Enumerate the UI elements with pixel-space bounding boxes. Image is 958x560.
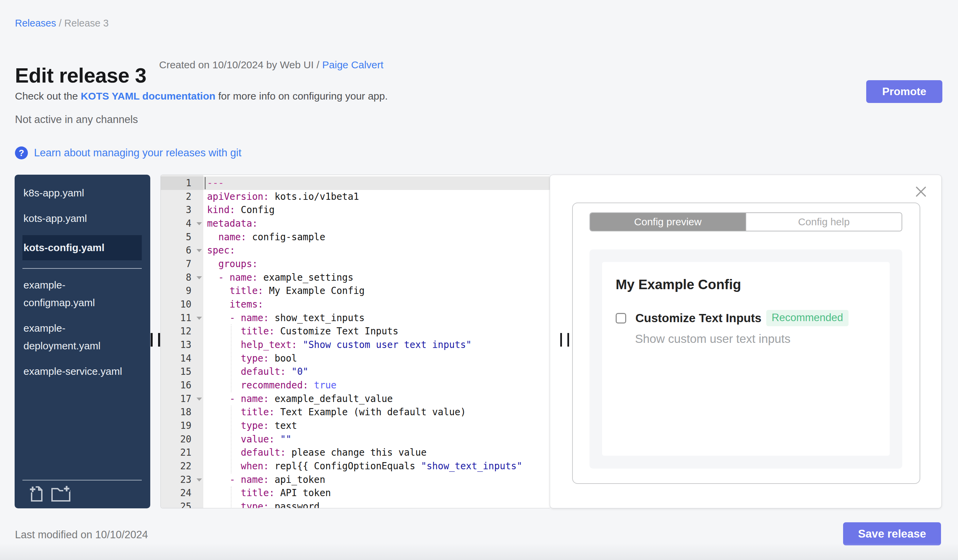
code-content[interactable]: ---apiVersion: kots.io/v1beta1kind: Conf… xyxy=(203,176,550,508)
text-cursor xyxy=(205,177,206,189)
last-modified-label: Last modified on 10/10/2024 xyxy=(15,529,148,541)
preview-tabs: Config previewConfig help xyxy=(590,212,902,231)
breadcrumb-releases-link[interactable]: Releases xyxy=(15,18,56,28)
code-editor[interactable]: 1234567891011121314151617181920212223242… xyxy=(160,175,550,508)
git-help-row: ? Learn about managing your releases wit… xyxy=(15,146,241,159)
config-item-title: Customize Text Inputs xyxy=(635,311,761,325)
question-icon[interactable]: ? xyxy=(15,146,28,159)
config-group-title: My Example Config xyxy=(615,277,890,292)
file-tree-divider xyxy=(22,268,142,269)
file-tree-item[interactable]: example-configmap.yaml xyxy=(22,276,129,312)
config-card: My Example Config Customize Text Inputs … xyxy=(602,262,890,456)
file-tree-item[interactable]: kots-config.yaml xyxy=(22,235,142,260)
file-tree-item[interactable]: example-deployment.yaml xyxy=(22,320,129,355)
kots-docs-link[interactable]: KOTS YAML documentation xyxy=(81,90,215,101)
file-tree-item[interactable]: example-service.yaml xyxy=(22,362,129,380)
breadcrumb: Releases / Release 3 xyxy=(15,18,109,29)
fold-caret-icon[interactable] xyxy=(197,478,202,481)
sidebar-footer-divider xyxy=(22,480,142,481)
save-release-button[interactable]: Save release xyxy=(843,522,941,546)
add-folder-icon[interactable] xyxy=(51,485,71,502)
config-preview-box: Config previewConfig help My Example Con… xyxy=(572,202,920,484)
created-line: Created on 10/10/2024 by Web UI / Paige … xyxy=(159,59,384,71)
sidebar-footer xyxy=(22,480,142,502)
fold-caret-icon[interactable] xyxy=(197,249,202,252)
file-tree-sidebar: k8s-app.yamlkots-app.yamlkots-config.yam… xyxy=(14,175,150,508)
fold-caret-icon[interactable] xyxy=(197,317,202,320)
author-link[interactable]: Paige Calvert xyxy=(322,59,384,70)
file-tree-item[interactable]: k8s-app.yaml xyxy=(22,184,129,202)
line-numbers: 1234567891011121314151617181920212223242… xyxy=(161,176,203,508)
file-tree-item[interactable]: kots-app.yaml xyxy=(22,210,129,227)
add-file-icon[interactable] xyxy=(29,485,44,502)
config-preview-panel: Config previewConfig help My Example Con… xyxy=(550,175,942,508)
config-checkbox[interactable] xyxy=(615,313,626,323)
recommended-badge: Recommended xyxy=(766,310,849,326)
close-icon[interactable] xyxy=(915,186,926,197)
sidebar-resize-handle[interactable] xyxy=(151,333,160,346)
promote-button[interactable]: Promote xyxy=(866,80,942,103)
page-title: Edit release 3 xyxy=(15,63,146,87)
tab-config-preview[interactable]: Config preview xyxy=(590,213,745,231)
fold-caret-icon[interactable] xyxy=(197,397,202,401)
page-bottom-shade xyxy=(0,543,958,560)
panel-resize-handle[interactable] xyxy=(560,333,569,346)
release-workspace: k8s-app.yamlkots-app.yamlkots-config.yam… xyxy=(0,175,958,508)
config-item-help: Show custom user text inputs xyxy=(635,332,890,346)
fold-caret-icon[interactable] xyxy=(197,276,202,279)
breadcrumb-separator: / xyxy=(56,18,64,28)
docs-line: Check out the KOTS YAML documentation fo… xyxy=(15,90,388,102)
git-releases-link[interactable]: Learn about managing your releases with … xyxy=(34,147,241,159)
preview-body: My Example Config Customize Text Inputs … xyxy=(590,250,902,468)
channel-status: Not active in any channels xyxy=(15,114,138,126)
tab-config-help[interactable]: Config help xyxy=(745,213,902,231)
file-list: k8s-app.yamlkots-app.yamlkots-config.yam… xyxy=(14,175,150,380)
fold-caret-icon[interactable] xyxy=(197,222,202,225)
breadcrumb-current: Release 3 xyxy=(64,18,109,28)
